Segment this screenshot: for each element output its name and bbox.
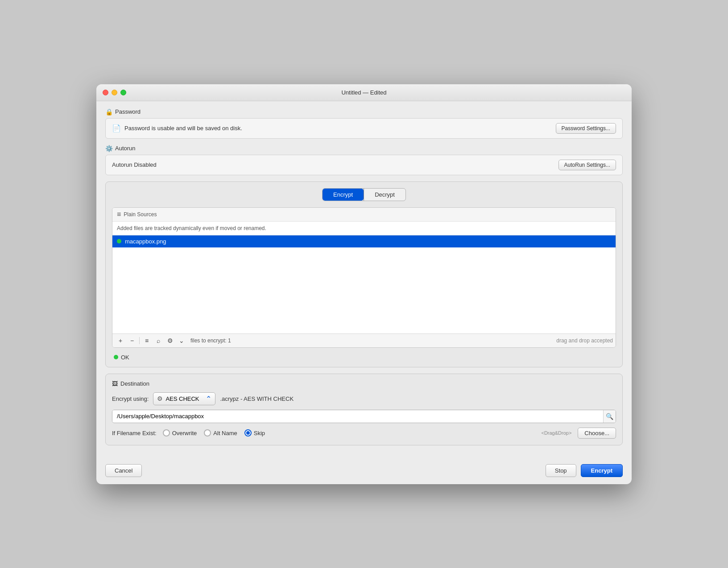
- file-name: macappbox.png: [125, 238, 166, 245]
- bottom-bar: Cancel Stop Encrypt: [96, 459, 632, 484]
- autorun-label: Autorun: [115, 145, 136, 152]
- window-title: Untitled — Edited: [341, 89, 386, 96]
- segment-control-wrap: Encrypt Decrypt: [112, 188, 616, 201]
- sources-info-text: Added files are tracked dynamically even…: [112, 222, 616, 235]
- password-panel-left: 📄 Password is usable and will be saved o…: [112, 124, 242, 132]
- destination-panel: 🖼 Destination Encrypt using: ⚙ AES CHECK…: [105, 374, 623, 445]
- document-icon: 📄: [112, 124, 121, 132]
- decrypt-tab[interactable]: Decrypt: [364, 189, 405, 201]
- toolbar-status-text: files to encrypt: 1: [188, 338, 555, 344]
- app-window: Untitled — Edited 🔒 Password 📄 Password …: [96, 84, 632, 484]
- encrypt-using-row: Encrypt using: ⚙ AES CHECK ⌃ .acrypz - A…: [112, 392, 616, 405]
- password-panel: 📄 Password is usable and will be saved o…: [105, 118, 623, 139]
- settings-files-button[interactable]: ⚙: [165, 336, 175, 346]
- filename-row: If Filename Exist: Overwrite Alt Name Sk…: [112, 428, 616, 439]
- remove-file-button[interactable]: −: [127, 336, 137, 346]
- radio-alt-name[interactable]: Alt Name: [204, 429, 237, 436]
- lock-icon: 🔒: [105, 108, 112, 115]
- gear-icon: ⚙️: [105, 145, 112, 152]
- radio-skip[interactable]: Skip: [244, 429, 265, 436]
- maximize-button[interactable]: [120, 90, 126, 95]
- destination-header: 🖼 Destination: [112, 380, 616, 387]
- radio-overwrite[interactable]: Overwrite: [163, 429, 197, 436]
- plain-sources-label: Plain Sources: [124, 211, 157, 218]
- plain-sources-panel: Plain Sources Added files are tracked dy…: [112, 207, 616, 348]
- stop-button[interactable]: Stop: [546, 464, 576, 477]
- path-search-button[interactable]: 🔍: [603, 410, 616, 423]
- radio-group: Overwrite Alt Name Skip: [163, 429, 265, 436]
- bottom-right-buttons: Stop Encrypt: [546, 464, 623, 477]
- main-area: Encrypt Decrypt Plain Sources Added file…: [105, 181, 623, 367]
- radio-alt-name-circle: [204, 429, 211, 436]
- encrypt-main-button[interactable]: Encrypt: [581, 464, 623, 477]
- list-view-button[interactable]: ≡: [141, 336, 152, 346]
- algorithm-chevron-icon: ⌃: [206, 395, 211, 403]
- destination-label: Destination: [120, 380, 149, 387]
- drag-drop-hint: drag and drop accepted: [556, 338, 613, 344]
- traffic-lights: [103, 90, 126, 95]
- list-icon: [117, 210, 121, 218]
- drag-drop-label: <Drag&Drop>: [541, 430, 571, 436]
- encrypt-tab[interactable]: Encrypt: [323, 189, 364, 201]
- choose-button[interactable]: Choose...: [578, 428, 616, 439]
- radio-overwrite-circle: [163, 429, 170, 436]
- minimize-button[interactable]: [112, 90, 117, 95]
- password-settings-button[interactable]: Password Settings...: [556, 123, 616, 134]
- radio-alt-name-label: Alt Name: [213, 430, 237, 436]
- close-button[interactable]: [103, 90, 108, 95]
- file-status-dot: [117, 239, 121, 243]
- ok-status-label: OK: [121, 354, 129, 361]
- segment-control: Encrypt Decrypt: [322, 188, 406, 201]
- autorun-settings-button[interactable]: AutoRun Settings...: [558, 160, 616, 170]
- window-content: 🔒 Password 📄 Password is usable and will…: [96, 101, 632, 459]
- autorun-panel: Autorun Disabled AutoRun Settings...: [105, 155, 623, 175]
- search-files-button[interactable]: ⌕: [153, 336, 164, 346]
- password-status-text: Password is usable and will be saved on …: [124, 125, 242, 132]
- plain-sources-header: Plain Sources: [112, 208, 616, 222]
- file-item[interactable]: macappbox.png: [112, 235, 616, 247]
- titlebar: Untitled — Edited: [96, 84, 632, 101]
- autorun-section: ⚙️ Autorun Autorun Disabled AutoRun Sett…: [105, 145, 623, 175]
- cancel-button[interactable]: Cancel: [105, 464, 142, 477]
- autorun-status-text: Autorun Disabled: [112, 161, 157, 168]
- if-filename-label: If Filename Exist:: [112, 430, 157, 436]
- add-file-button[interactable]: +: [115, 336, 126, 346]
- toolbar-separator: [139, 337, 140, 344]
- toolbar-row: + − ≡ ⌕ ⚙ ⌄ files to encrypt: 1 drag and…: [112, 333, 616, 347]
- radio-skip-circle: [244, 429, 252, 436]
- path-row: 🔍: [112, 410, 616, 423]
- ok-status-dot: [114, 355, 118, 359]
- algorithm-name: AES CHECK: [165, 395, 199, 402]
- algorithm-suffix-text: .acrypz - AES WITH CHECK: [220, 395, 294, 402]
- autorun-section-header: ⚙️ Autorun: [105, 145, 623, 152]
- ok-row: OK: [112, 351, 616, 361]
- radio-overwrite-label: Overwrite: [172, 430, 197, 436]
- password-label: Password: [115, 108, 141, 115]
- more-options-button[interactable]: ⌄: [176, 336, 187, 346]
- file-list: macappbox.png: [112, 235, 616, 333]
- password-section-header: 🔒 Password: [105, 108, 623, 115]
- encrypt-using-label: Encrypt using:: [112, 395, 149, 402]
- destination-icon: 🖼: [112, 380, 118, 387]
- radio-skip-label: Skip: [254, 430, 265, 436]
- algorithm-gear-icon: ⚙: [157, 395, 163, 402]
- algorithm-dropdown[interactable]: ⚙ AES CHECK ⌃: [153, 392, 215, 405]
- path-input[interactable]: [112, 410, 603, 422]
